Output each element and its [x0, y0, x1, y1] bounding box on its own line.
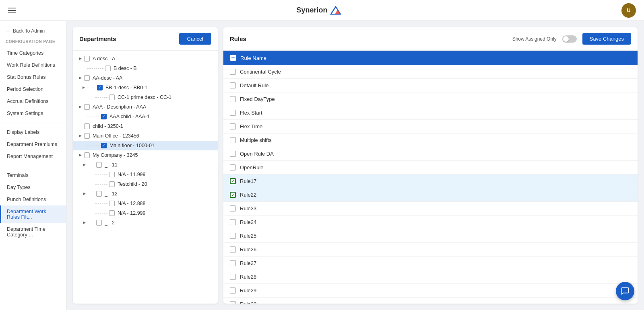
rule-row-flex-time[interactable]: Flex Time — [223, 120, 638, 133]
rule-checkbox-rule17[interactable] — [230, 178, 236, 184]
tree-toggle-aa-desc-aa[interactable] — [78, 75, 83, 81]
tree-item-my-company[interactable]: My Company - 3245 — [73, 150, 218, 160]
tree-checkbox-my-company[interactable] — [84, 152, 90, 158]
tree-item-na-12-888[interactable]: N/A - 12.888 — [73, 199, 218, 208]
cancel-button[interactable]: Cancel — [179, 33, 211, 45]
tree-toggle-dash-12[interactable] — [82, 191, 87, 197]
tree-item-a-desc-a[interactable]: A desc - A — [73, 54, 218, 64]
rule-row-rule25[interactable]: Rule25 — [223, 229, 638, 243]
tree-toggle-aaa[interactable] — [78, 104, 83, 110]
rule-row-rule23[interactable]: Rule23 — [223, 202, 638, 216]
tree-toggle-main-office[interactable] — [78, 133, 83, 139]
sidebar-item-dept-work-rules[interactable]: Department Work Rules Filt... — [0, 205, 66, 223]
tree-checkbox-bb1[interactable] — [97, 85, 103, 90]
sidebar-item-period-selection[interactable]: Period Selection — [0, 83, 66, 95]
tree-item-aa-desc-aa[interactable]: AA-desc - AA — [73, 73, 218, 83]
sidebar-item-display-labels[interactable]: Display Labels — [0, 126, 66, 138]
rule-checkbox-default-rule[interactable] — [230, 82, 236, 88]
rule-checkbox-rule29[interactable] — [230, 287, 236, 294]
rule-row-continental-cycle[interactable]: Continental Cycle — [223, 65, 638, 79]
tree-checkbox-cc1[interactable] — [109, 94, 115, 100]
rule-checkbox-rule30[interactable] — [230, 301, 236, 304]
tree-checkbox-dash-2[interactable] — [96, 220, 102, 226]
tree-item-na-12-999[interactable]: N/A - 12.999 — [73, 208, 218, 218]
sidebar-item-time-categories[interactable]: Time Categories — [0, 47, 66, 59]
rule-checkbox-flex-start[interactable] — [230, 110, 236, 116]
rule-row-rule28[interactable]: Rule28 — [223, 270, 638, 284]
user-avatar[interactable]: U — [621, 3, 636, 18]
sidebar-item-report-management[interactable]: Report Management — [0, 150, 66, 162]
tree-item-testchild-20[interactable]: Testchild - 20 — [73, 179, 218, 189]
tree-checkbox-b-desc-b[interactable] — [105, 66, 111, 71]
tree-checkbox-na-12-999[interactable] — [109, 210, 115, 216]
rule-row-rule29[interactable]: Rule29 — [223, 284, 638, 298]
tree-checkbox-dash-11[interactable] — [96, 162, 102, 168]
back-to-admin-link[interactable]: ← Back To Admin — [0, 26, 66, 38]
rule-row-rule30[interactable]: Rule30 — [223, 298, 638, 304]
tree-toggle-dash-11[interactable] — [82, 162, 87, 168]
tree-item-child-3250[interactable]: child - 3250-1 — [73, 121, 218, 131]
tree-checkbox-na-11-999[interactable] — [109, 172, 115, 177]
save-changes-button[interactable]: Save Changes — [582, 33, 631, 45]
sidebar-item-dept-time-category[interactable]: Department Time Category ... — [0, 223, 66, 241]
tree-toggle-bb1[interactable] — [81, 85, 87, 90]
hamburger-button[interactable] — [8, 8, 16, 13]
tree-checkbox-dash-12[interactable] — [96, 191, 102, 197]
tree-checkbox-na-12-888[interactable] — [109, 201, 115, 206]
sidebar-item-accrual-definitions[interactable]: Accrual Definitions — [0, 95, 66, 107]
tree-item-dash-11[interactable]: _ - 11 — [73, 160, 218, 170]
rule-checkbox-rule27[interactable] — [230, 260, 236, 266]
rule-checkbox-rule24[interactable] — [230, 219, 236, 225]
tree-item-main-office[interactable]: Main Office - 123456 — [73, 131, 218, 141]
rule-row-fixed-daytype[interactable]: Fixed DayType — [223, 92, 638, 106]
header-checkbox[interactable] — [230, 55, 236, 61]
rule-checkbox-openrule[interactable] — [230, 164, 236, 170]
rule-checkbox-rule28[interactable] — [230, 274, 236, 280]
rule-row-openrule[interactable]: OpenRule — [223, 161, 638, 175]
rule-checkbox-multiple-shifts[interactable] — [230, 137, 236, 143]
tree-item-dash-12[interactable]: _ - 12 — [73, 189, 218, 199]
show-assigned-toggle[interactable] — [562, 35, 577, 43]
sidebar-item-department-premiums[interactable]: Department Premiums — [0, 138, 66, 150]
tree-item-aaa-child[interactable]: AAA child - AAA-1 — [73, 112, 218, 121]
tree-toggle-dash-2[interactable] — [82, 220, 87, 226]
rule-row-multiple-shifts[interactable]: Multiple shifts — [223, 133, 638, 147]
sidebar-item-day-types[interactable]: Day Types — [0, 181, 66, 193]
tree-item-main-floor[interactable]: Main floor - 1000-01 — [73, 141, 218, 150]
tree-checkbox-aaa[interactable] — [84, 104, 90, 110]
rule-row-open-rule-da[interactable]: Open Rule DA — [223, 147, 638, 161]
tree-item-bb1[interactable]: BB-1-desc - BB0-1 — [73, 83, 218, 92]
sidebar-item-system-settings[interactable]: System Settings — [0, 107, 66, 119]
tree-item-na-11-999[interactable]: N/A - 11.999 — [73, 170, 218, 179]
rule-checkbox-rule23[interactable] — [230, 205, 236, 211]
tree-checkbox-testchild-20[interactable] — [109, 181, 115, 187]
rule-row-rule27[interactable]: Rule27 — [223, 257, 638, 270]
rule-checkbox-fixed-daytype[interactable] — [230, 96, 236, 102]
tree-item-cc1[interactable]: CC-1 prime desc - CC-1 — [73, 92, 218, 102]
sidebar-item-terminals[interactable]: Terminals — [0, 169, 66, 181]
tree-checkbox-aaa-child[interactable] — [101, 114, 107, 119]
rule-checkbox-rule22[interactable] — [230, 192, 236, 198]
rule-checkbox-rule25[interactable] — [230, 233, 236, 239]
chat-button[interactable] — [616, 282, 634, 300]
tree-item-b-desc-b[interactable]: B desc - B — [73, 64, 218, 73]
rule-row-flex-start[interactable]: Flex Start — [223, 106, 638, 120]
tree-toggle-a-desc-a[interactable] — [78, 56, 83, 62]
tree-toggle-my-company[interactable] — [78, 152, 83, 158]
rule-checkbox-rule26[interactable] — [230, 246, 236, 253]
tree-checkbox-child-3250[interactable] — [84, 123, 90, 129]
rule-row-rule22[interactable]: Rule22 — [223, 188, 638, 202]
sidebar-item-stat-bonus-rules[interactable]: Stat Bonus Rules — [0, 71, 66, 83]
sidebar-item-work-rule-definitions[interactable]: Work Rule Definitions — [0, 59, 66, 71]
sidebar-item-punch-definitions[interactable]: Punch Definitions — [0, 193, 66, 205]
tree-checkbox-main-office[interactable] — [84, 133, 90, 139]
rule-checkbox-open-rule-da[interactable] — [230, 151, 236, 157]
tree-checkbox-a-desc-a[interactable] — [84, 56, 90, 62]
rule-checkbox-flex-time[interactable] — [230, 123, 236, 129]
rule-row-default-rule[interactable]: Default Rule — [223, 79, 638, 92]
rule-row-rule24[interactable]: Rule24 — [223, 216, 638, 229]
rule-row-rule17[interactable]: Rule17 — [223, 175, 638, 188]
tree-checkbox-main-floor[interactable] — [101, 143, 107, 148]
tree-item-dash-2[interactable]: _ - 2 — [73, 218, 218, 228]
tree-checkbox-aa-desc-aa[interactable] — [84, 75, 90, 81]
